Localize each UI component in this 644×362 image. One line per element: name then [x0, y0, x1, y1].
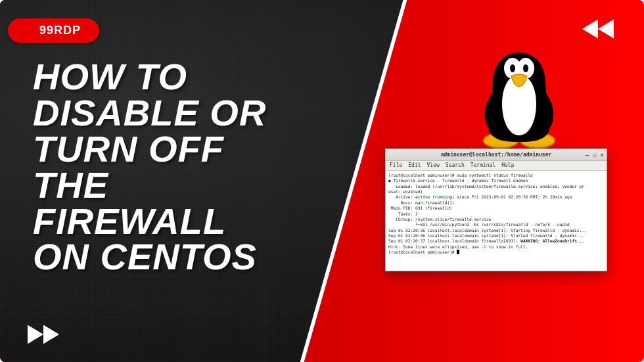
svg-point-8	[510, 64, 515, 72]
svg-marker-0	[598, 20, 614, 39]
close-icon: ×	[601, 152, 604, 158]
fast-forward-icon	[28, 323, 59, 346]
menu-file: File	[390, 162, 402, 168]
terminal-titlebar: adminuser@localhost:/home/adminuser – ◻ …	[386, 149, 607, 161]
headline-text: HOW TO DISABLE OR TURN OFF THE FIREWALL …	[33, 59, 322, 275]
svg-point-9	[523, 64, 528, 72]
menu-view: View	[427, 162, 440, 168]
terminal-menubar: File Edit View Search Terminal Help	[386, 161, 607, 171]
svg-marker-1	[582, 20, 598, 39]
terminal-window: adminuser@localhost:/home/adminuser – ◻ …	[385, 148, 607, 271]
minimize-icon: –	[586, 152, 589, 158]
menu-help: Help	[501, 162, 514, 168]
window-controls: – ◻ ×	[586, 149, 604, 161]
terminal-title: adminuser@localhost:/home/adminuser	[441, 152, 552, 158]
svg-marker-2	[28, 325, 43, 344]
rewind-icon	[582, 17, 614, 41]
maximize-icon: ◻	[593, 152, 596, 158]
tux-penguin-icon	[473, 43, 565, 148]
terminal-output: [root@localhost adminuser]# sudo systemc…	[386, 171, 607, 271]
brand-badge: 99RDP	[8, 18, 99, 43]
menu-edit: Edit	[408, 162, 421, 168]
brand-label: 99RDP	[39, 24, 81, 37]
thumbnail-canvas: 99RDP HOW TO DISABLE OR TURN OFF THE FIR…	[0, 0, 644, 362]
menu-terminal: Terminal	[471, 162, 496, 168]
svg-marker-3	[43, 325, 59, 344]
menu-search: Search	[446, 162, 465, 168]
